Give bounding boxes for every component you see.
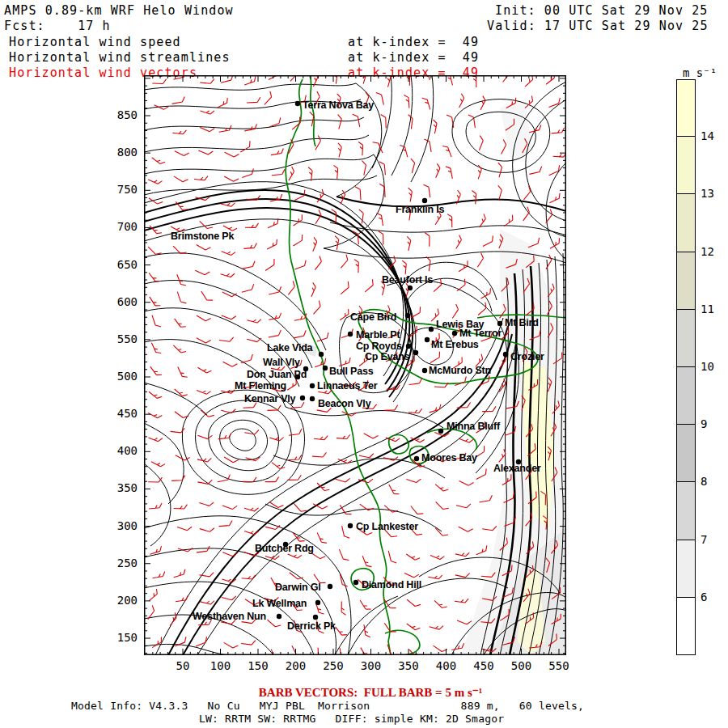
plot-title: AMPS 0.89-km WRF Helo Window xyxy=(4,5,234,18)
field-level-wind-speed: at k-index = 49 xyxy=(348,36,479,49)
y-tick-label: 600 xyxy=(102,296,138,308)
x-tick-label: 550 xyxy=(544,660,574,672)
station-label: Cp Royds xyxy=(356,341,402,352)
station-label: Minna Bluff xyxy=(447,421,501,432)
colorbar-segment xyxy=(676,252,696,310)
station-dot xyxy=(429,327,434,332)
colorbar-segment xyxy=(676,424,696,482)
colorbar-tick-label: 9 xyxy=(700,418,707,430)
colorbar-tick-label: 10 xyxy=(700,361,714,373)
colorbar-segment xyxy=(676,597,696,655)
station-dot xyxy=(348,332,353,336)
forecast-hour: Fcst: 17 h xyxy=(4,20,111,33)
station-dot xyxy=(414,456,419,461)
colorbar-segment xyxy=(676,366,696,425)
station-label: Moores Bay xyxy=(421,452,477,463)
station-label: Diamond Hill xyxy=(362,579,421,590)
colorbar-segment xyxy=(676,481,696,540)
station-dot xyxy=(452,331,457,336)
station-label: Beaufort Is xyxy=(382,274,433,286)
colorbar-tick-label: 11 xyxy=(700,303,714,315)
station-dot xyxy=(422,198,427,203)
station-dot xyxy=(405,313,410,318)
station-label: Westhaven Nun xyxy=(193,611,266,622)
y-tick-label: 250 xyxy=(102,557,138,569)
colorbar-segment xyxy=(676,79,696,138)
station-label: Butcher Rdg xyxy=(255,543,314,554)
station-label: Kennar Vly xyxy=(244,393,296,404)
station-label: Wall Vly xyxy=(263,357,300,368)
barb-vectors-note: BARB VECTORS: FULL BARB = 5 m s⁻¹ xyxy=(144,687,597,700)
station-labels: Terra Nova BayFranklin IsBrimstone PkBea… xyxy=(171,99,544,632)
y-tick-label: 450 xyxy=(102,408,138,420)
station-label: Alexander xyxy=(493,463,541,474)
station-dot xyxy=(438,429,443,434)
station-dot xyxy=(425,337,430,342)
valid-time: Valid: 17 UTC Sat 29 Nov 25 xyxy=(487,20,709,33)
station-dot xyxy=(295,101,300,106)
station-dot xyxy=(319,352,324,357)
station-label: Linnaeus Ter xyxy=(317,380,378,392)
y-tick-label: 150 xyxy=(102,632,138,644)
field-label-wind-speed: Horizontal wind speed xyxy=(9,36,181,49)
station-label: Franklin Is xyxy=(396,204,445,215)
y-tick-label: 550 xyxy=(102,333,138,345)
station-label: Mt Bird xyxy=(505,317,539,328)
station-label: Don Juan Pd xyxy=(247,369,307,380)
station-label: Beacon Vly xyxy=(318,398,371,409)
station-dot xyxy=(413,350,418,355)
station-dot xyxy=(348,523,353,528)
y-tick-label: 850 xyxy=(102,109,138,121)
y-tick-label: 400 xyxy=(102,445,138,457)
map-plot-area: Terra Nova BayFranklin IsBrimstone PkBea… xyxy=(144,75,566,655)
colorbar-unit: m s⁻¹ xyxy=(683,67,717,79)
station-label: Mt Fleming xyxy=(235,380,286,392)
y-tick-label: 750 xyxy=(102,184,138,196)
y-tick-label: 650 xyxy=(102,259,138,271)
colorbar-tick-label: 12 xyxy=(700,246,714,258)
x-tick-label: 500 xyxy=(507,660,536,672)
x-tick-label: 50 xyxy=(168,660,197,672)
station-label: Darwin Gl xyxy=(275,582,321,593)
field-level-wind-streamlines: at k-index = 49 xyxy=(348,52,479,65)
x-tick-label: 200 xyxy=(281,660,311,672)
station-label: Brimstone Pk xyxy=(171,231,234,242)
station-label: Crozier xyxy=(510,351,544,362)
x-tick-label: 400 xyxy=(432,660,461,672)
station-dot xyxy=(406,344,411,349)
colorbar-tick-label: 8 xyxy=(700,476,707,488)
station-label: Bull Pass xyxy=(329,366,374,377)
y-tick-label: 700 xyxy=(102,221,138,233)
wind-field-map: Terra Nova BayFranklin IsBrimstone PkBea… xyxy=(144,75,566,655)
station-label: Cp Lankester xyxy=(356,521,418,532)
x-tick-label: 300 xyxy=(357,660,386,672)
colorbar-tick-label: 6 xyxy=(700,591,707,603)
station-dot xyxy=(300,396,305,400)
colorbar-tick-label: 13 xyxy=(700,188,714,200)
station-label: Cp Evans xyxy=(365,351,410,362)
y-tick-label: 500 xyxy=(102,370,138,383)
y-tick-label: 800 xyxy=(102,146,138,159)
colorbar-segment xyxy=(676,309,696,367)
station-label: Lk Wellman xyxy=(252,598,307,609)
init-time: Init: 00 UTC Sat 29 Nov 25 xyxy=(495,5,708,18)
colorbar xyxy=(676,79,696,655)
colorbar-segment xyxy=(676,193,696,252)
station-dot xyxy=(497,321,502,326)
station-dot xyxy=(408,286,413,290)
station-dot xyxy=(503,352,508,357)
station-label: Mt Erebus xyxy=(431,339,479,350)
x-tick-label: 150 xyxy=(243,660,273,672)
station-label: Cape Bird xyxy=(350,311,396,323)
x-tick-label: 250 xyxy=(319,660,348,672)
station-dot xyxy=(353,580,358,585)
station-label: Terra Nova Bay xyxy=(303,99,374,111)
station-dot xyxy=(323,366,328,370)
y-tick-label: 300 xyxy=(102,520,138,532)
station-dot xyxy=(315,600,320,605)
x-tick-label: 350 xyxy=(394,660,423,672)
y-tick-label: 200 xyxy=(102,595,138,607)
station-dot xyxy=(422,368,427,373)
station-dot xyxy=(328,584,332,589)
station-dot xyxy=(310,396,315,401)
